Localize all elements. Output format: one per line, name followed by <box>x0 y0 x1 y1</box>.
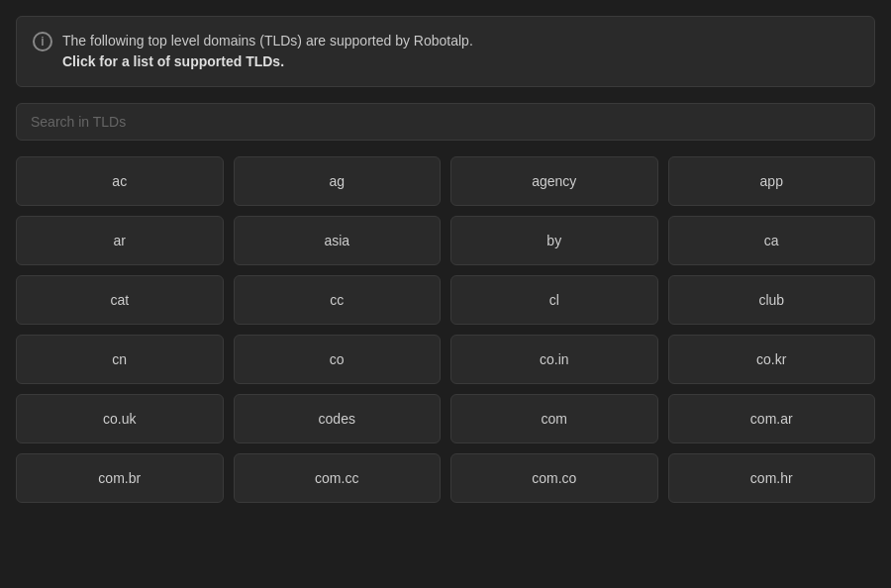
tld-item[interactable]: codes <box>234 394 442 443</box>
tld-item[interactable]: com.cc <box>234 453 442 503</box>
tld-item[interactable]: com.ar <box>668 394 876 443</box>
tld-item[interactable]: agency <box>450 156 658 206</box>
tld-item[interactable]: cc <box>234 275 442 325</box>
tld-item[interactable]: by <box>450 216 658 265</box>
tld-item[interactable]: club <box>668 275 876 325</box>
tld-item[interactable]: cl <box>450 275 658 325</box>
info-text: The following top level domains (TLDs) a… <box>62 31 473 72</box>
search-container <box>16 103 875 141</box>
tld-item[interactable]: com.hr <box>668 453 876 503</box>
info-banner: i The following top level domains (TLDs)… <box>16 16 875 87</box>
tld-item[interactable]: cat <box>16 275 224 325</box>
tld-item[interactable]: co.in <box>450 335 658 384</box>
info-line2[interactable]: Click for a list of supported TLDs. <box>62 53 284 69</box>
tld-grid: acagagencyapparasiabycacatccclclubcncoco… <box>16 156 875 503</box>
info-icon: i <box>33 32 52 51</box>
tld-item[interactable]: ag <box>234 156 442 206</box>
tld-item[interactable]: ac <box>16 156 224 206</box>
tld-item[interactable]: co <box>234 335 442 384</box>
tld-item[interactable]: ca <box>668 216 876 265</box>
tld-item[interactable]: ar <box>16 216 224 265</box>
tld-item[interactable]: app <box>668 156 876 206</box>
tld-item[interactable]: com <box>450 394 658 443</box>
tld-item[interactable]: asia <box>234 216 442 265</box>
tld-item[interactable]: com.br <box>16 453 224 503</box>
tld-item[interactable]: co.uk <box>16 394 224 443</box>
tld-item[interactable]: com.co <box>450 453 658 503</box>
tld-item[interactable]: co.kr <box>668 335 876 384</box>
tld-item[interactable]: cn <box>16 335 224 384</box>
info-line1: The following top level domains (TLDs) a… <box>62 33 473 49</box>
search-input[interactable] <box>16 103 875 141</box>
